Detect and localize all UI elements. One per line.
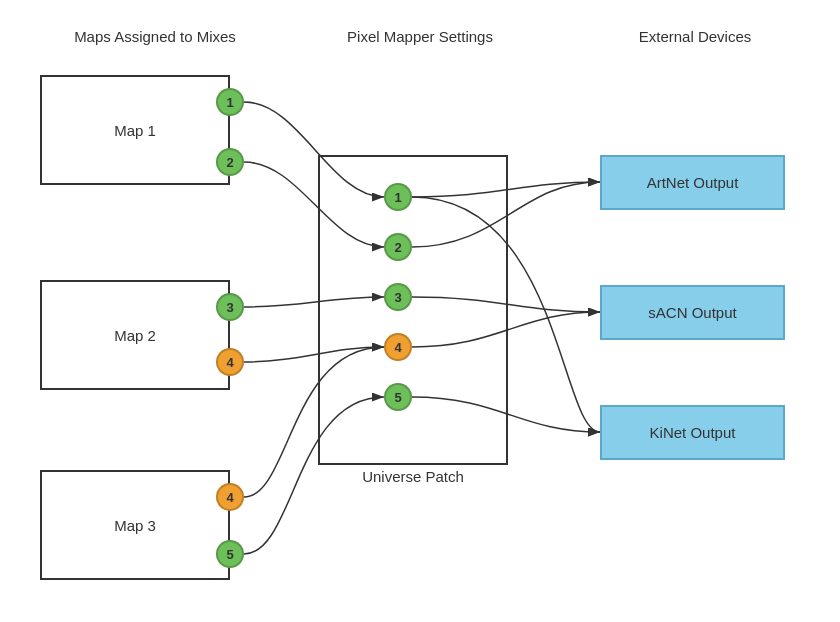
patch-node3: 3: [384, 283, 412, 311]
map2-node3: 3: [216, 293, 244, 321]
map1-node2: 2: [216, 148, 244, 176]
map3-node5: 5: [216, 540, 244, 568]
artnet-output: ArtNet Output: [600, 155, 785, 210]
patch-box: [318, 155, 508, 465]
patch-label: Universe Patch: [318, 468, 508, 485]
sacn-label: sACN Output: [648, 304, 736, 321]
map1-box: Map 1: [40, 75, 230, 185]
patch-node1: 1: [384, 183, 412, 211]
map2-label: Map 2: [114, 327, 156, 344]
artnet-label: ArtNet Output: [647, 174, 739, 191]
patch-node5: 5: [384, 383, 412, 411]
header-pixel-mapper: Pixel Mapper Settings: [320, 28, 520, 45]
map1-label: Map 1: [114, 122, 156, 139]
header-maps: Maps Assigned to Mixes: [50, 28, 260, 45]
map2-node4: 4: [216, 348, 244, 376]
map3-box: Map 3: [40, 470, 230, 580]
map3-label: Map 3: [114, 517, 156, 534]
kinet-output: KiNet Output: [600, 405, 785, 460]
diagram-container: Maps Assigned to Mixes Pixel Mapper Sett…: [0, 0, 840, 622]
map2-box: Map 2: [40, 280, 230, 390]
map3-node4: 4: [216, 483, 244, 511]
patch-node4: 4: [384, 333, 412, 361]
sacn-output: sACN Output: [600, 285, 785, 340]
header-external: External Devices: [600, 28, 790, 45]
map1-node1: 1: [216, 88, 244, 116]
kinet-label: KiNet Output: [650, 424, 736, 441]
patch-node2: 2: [384, 233, 412, 261]
